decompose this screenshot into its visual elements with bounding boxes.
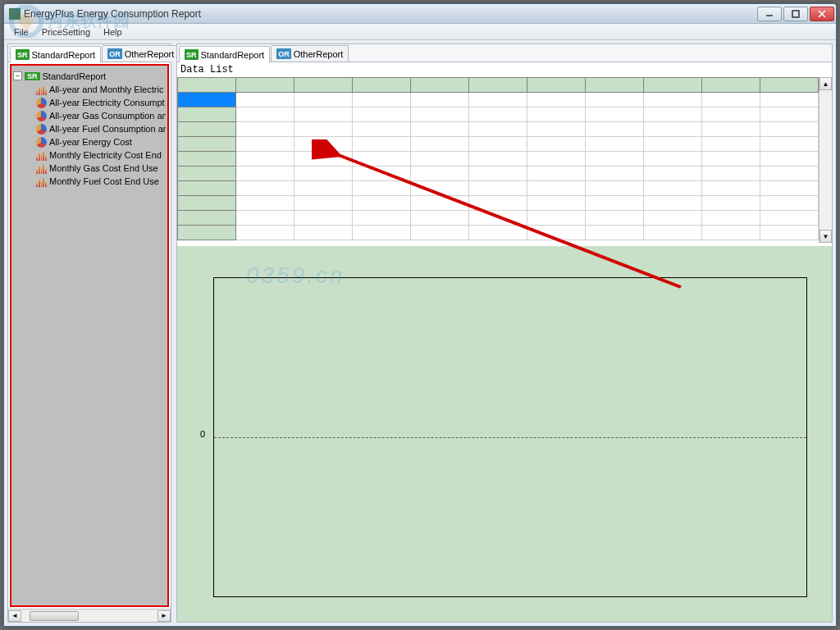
tree-item-label: All-year Gas Consumption an [49, 111, 166, 121]
right-tab-standard[interactable]: SR StandardReport [179, 46, 270, 62]
tree-item[interactable]: Monthly Fuel Cost End Use [36, 175, 166, 188]
tree-item-label: Monthly Gas Cost End Use [49, 163, 158, 173]
right-tab-standard-label: StandardReport [201, 50, 265, 60]
tree-item[interactable]: All-year Energy Cost [36, 135, 166, 148]
tree-item-label: All-year Electricity Consumpt [49, 98, 165, 107]
tree-item[interactable]: Monthly Gas Cost End Use [36, 162, 166, 175]
scroll-track[interactable] [21, 610, 158, 622]
data-grid[interactable] [177, 77, 819, 240]
scroll-down-button[interactable]: ▼ [819, 230, 832, 243]
app-window: EnergyPlus Energy Consumption Report Fil… [3, 3, 837, 627]
tree-item-label: All-year Fuel Consumption an [49, 124, 166, 134]
report-tree[interactable]: − SR StandardReport All-year and Monthly… [10, 64, 169, 607]
bar-chart-icon [36, 84, 47, 95]
chart-area: 0 [177, 246, 832, 622]
app-icon [9, 8, 21, 20]
grid-vscrollbar[interactable]: ▲ ▼ [819, 77, 832, 243]
left-tab-other-label: OtherReport [125, 49, 175, 59]
tree-root-label: StandardReport [43, 71, 107, 81]
left-tab-standard-label: StandardReport [32, 50, 96, 60]
maximize-button[interactable] [783, 7, 808, 21]
tree-collapse-icon[interactable]: − [13, 71, 22, 80]
tree-item-label: Monthly Fuel Cost End Use [49, 176, 159, 186]
bar-chart-icon [36, 150, 47, 161]
right-tab-other-label: OtherReport [294, 49, 344, 59]
scroll-thumb[interactable] [30, 611, 79, 621]
window-title: EnergyPlus Energy Consumption Report [24, 8, 757, 20]
tree-item[interactable]: Monthly Electricity Cost End [36, 148, 166, 162]
close-button[interactable] [810, 7, 834, 21]
content-area: SR StandardReport OR OtherReport − SR St… [4, 40, 836, 626]
left-tab-other[interactable]: OR OtherReport [102, 45, 180, 62]
chart-y-tick-zero: 0 [200, 429, 205, 439]
pie-chart-icon [36, 124, 47, 135]
tree-item[interactable]: All-year Gas Consumption an [36, 109, 166, 122]
tree-item[interactable]: All-year Electricity Consumpt [36, 96, 166, 109]
sr-badge-icon: SR [185, 49, 199, 60]
left-tabs: SR StandardReport OR OtherReport [8, 44, 171, 62]
sr-badge-icon: SR [16, 49, 30, 60]
menu-help[interactable]: Help [97, 25, 129, 39]
tree-item[interactable]: All-year Fuel Consumption an [36, 122, 166, 135]
minimize-button[interactable] [757, 7, 782, 21]
tree-root[interactable]: − SR StandardReport [13, 69, 166, 83]
pie-chart-icon [36, 98, 47, 108]
scroll-up-button[interactable]: ▲ [819, 77, 832, 90]
menubar: File PriceSetting Help [4, 24, 836, 40]
chart-zero-gridline [214, 437, 806, 438]
svg-rect-1 [792, 11, 799, 17]
right-tabs: SR StandardReport OR OtherReport [177, 44, 832, 62]
data-grid-container: ▲ ▼ [177, 77, 832, 243]
pie-chart-icon [36, 111, 47, 121]
right-tab-other[interactable]: OR OtherReport [271, 45, 349, 62]
left-tab-standard[interactable]: SR StandardReport [10, 46, 101, 62]
left-panel: SR StandardReport OR OtherReport − SR St… [7, 43, 171, 623]
pie-chart-icon [36, 137, 47, 148]
tree-item-label: All-year and Monthly Electric [49, 84, 163, 94]
sr-badge-icon: SR [25, 72, 40, 80]
or-badge-icon: OR [276, 48, 291, 59]
menu-pricesetting[interactable]: PriceSetting [35, 25, 97, 39]
right-panel: SR StandardReport OR OtherReport Data Li… [176, 43, 833, 623]
bar-chart-icon [36, 176, 47, 187]
or-badge-icon: OR [107, 48, 122, 59]
bar-chart-icon [36, 163, 47, 174]
left-hscrollbar[interactable]: ◄ ► [8, 609, 171, 622]
scroll-right-button[interactable]: ► [158, 610, 171, 622]
titlebar: EnergyPlus Energy Consumption Report [4, 4, 836, 24]
tree-item-label: Monthly Electricity Cost End [49, 150, 162, 160]
chart-plot-box [213, 277, 807, 597]
scroll-left-button[interactable]: ◄ [8, 610, 21, 622]
data-list-header: Data List [177, 62, 832, 77]
menu-file[interactable]: File [7, 25, 35, 39]
tree-item[interactable]: All-year and Monthly Electric [36, 83, 166, 96]
tree-item-label: All-year Energy Cost [49, 137, 132, 147]
